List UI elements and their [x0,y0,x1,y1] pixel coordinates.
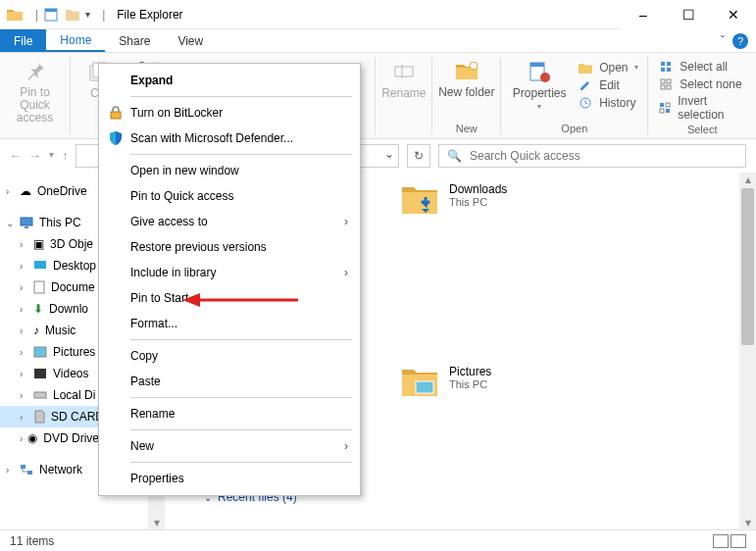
help-icon[interactable]: ? [732,33,748,49]
music-icon: ♪ [33,324,39,337]
caret-right-icon[interactable]: › [20,412,29,423]
svg-rect-29 [34,392,46,398]
cm-restore-versions[interactable]: Restore previous versions [101,234,358,260]
history-button[interactable]: History [578,95,635,111]
invert-selection-button[interactable]: Invert selection [658,94,746,122]
cm-copy[interactable]: Copy [101,343,358,369]
cm-paste[interactable]: Paste [101,369,358,394]
svg-rect-22 [666,109,670,113]
svg-rect-1 [45,9,57,12]
chevron-right-icon: › [344,439,348,453]
view-details-icon[interactable] [713,534,729,548]
caret-right-icon[interactable]: › [20,347,29,358]
caret-right-icon[interactable]: › [20,304,29,315]
svg-rect-25 [34,261,46,269]
nav-forward-icon[interactable]: → [29,149,41,163]
svg-rect-30 [21,465,25,469]
edit-icon [578,77,593,93]
caret-right-icon[interactable]: › [20,390,29,401]
folder-item-downloads[interactable]: Downloads This PC [400,182,596,218]
properties-button[interactable]: Properties ▾ [511,59,568,111]
chevron-right-icon: › [344,266,348,279]
close-button[interactable]: ✕ [711,0,756,29]
monitor-icon [20,217,33,228]
search-box[interactable]: 🔍 [438,144,746,168]
qat-dropdown-icon[interactable]: ▾ [85,9,90,20]
cm-open-new-window[interactable]: Open in new window [101,158,358,183]
tab-view[interactable]: View [164,29,217,52]
downloads-folder-icon [400,182,439,218]
minimize-button[interactable]: – [621,0,666,29]
select-none-button[interactable]: Select none [658,76,741,92]
folder-item-pictures[interactable]: Pictures This PC [400,365,596,400]
download-icon: ⬇ [33,302,43,316]
caret-right-icon[interactable]: › [20,239,29,250]
content-scroll-down-icon[interactable]: ▾ [739,516,756,529]
open-dropdown-icon[interactable]: ▾ [634,63,638,72]
open-button[interactable]: Open ▾ [578,60,637,75]
pin-quick-access-label: Pin to Quick access [7,86,64,125]
status-item-count: 11 items [10,534,54,548]
search-input[interactable] [470,149,737,163]
tab-file[interactable]: File [0,29,46,52]
properties-dropdown-icon[interactable]: ▾ [537,102,541,111]
svg-rect-17 [661,85,665,89]
cm-give-access-to[interactable]: Give access to › [101,209,358,234]
pin-quick-access-button[interactable]: Pin to Quick access [7,59,64,125]
document-icon [33,280,45,294]
caret-right-icon[interactable]: › [6,186,16,197]
nav-up-icon[interactable]: ↑ [62,149,68,163]
content-scrollbar-thumb[interactable] [741,188,754,345]
maximize-button[interactable]: ☐ [666,0,711,29]
cm-pin-start[interactable]: Pin to Start [101,285,358,311]
cm-new[interactable]: New › [101,433,358,459]
cube-icon: ▣ [33,237,44,251]
select-none-label: Select none [680,77,741,91]
select-none-icon [658,76,674,92]
new-folder-button[interactable]: New folder [438,59,495,99]
folder-name: Pictures [449,365,491,378]
properties-label: Properties [513,86,567,100]
caret-right-icon[interactable]: › [6,465,16,476]
ribbon-collapse-icon[interactable]: ˇ [721,34,725,48]
caret-right-icon[interactable]: › [20,433,24,444]
content-scroll-up-icon[interactable]: ▴ [739,173,756,186]
cm-properties[interactable]: Properties [101,466,358,491]
caret-right-icon[interactable]: › [20,369,29,379]
tree-scroll-down-icon[interactable]: ▾ [148,516,165,529]
qat-properties-icon[interactable] [42,6,60,24]
cm-rename[interactable]: Rename [101,401,358,426]
svg-point-6 [470,62,478,70]
caret-right-icon[interactable]: › [20,261,29,272]
new-folder-label: New folder [438,86,494,99]
refresh-button[interactable]: ↻ [407,144,430,168]
nav-back-icon[interactable]: ← [10,149,22,163]
cm-format[interactable]: Format... [101,311,358,336]
caret-right-icon[interactable]: › [20,282,29,293]
caret-right-icon[interactable]: › [20,326,29,336]
svg-rect-28 [34,369,46,378]
rename-button[interactable]: Rename [376,59,432,100]
qat-separator: | [27,8,38,22]
svg-rect-32 [416,381,433,393]
address-dropdown-icon[interactable]: ⌄ [384,147,394,161]
select-all-button[interactable]: Select all [658,59,728,75]
nav-recent-dropdown-icon[interactable]: ▾ [49,149,54,163]
cm-pin-quick-access[interactable]: Pin to Quick access [101,183,358,209]
context-menu: Expand Turn on BitLocker Scan with Micro… [98,63,361,496]
caret-down-icon[interactable]: ⌄ [6,218,16,228]
cm-bitlocker[interactable]: Turn on BitLocker [101,100,358,125]
qat-newfolder-icon[interactable] [64,6,81,24]
tab-share[interactable]: Share [105,29,164,52]
svg-rect-8 [530,63,544,67]
view-large-icon[interactable] [731,534,746,548]
open-label: Open [599,61,628,75]
cm-include-library[interactable]: Include in library › [101,260,358,285]
tab-home[interactable]: Home [46,29,105,52]
pin-icon [23,59,48,84]
edit-button[interactable]: Edit [578,77,620,93]
svg-rect-15 [661,79,665,83]
cm-expand[interactable]: Expand [101,68,358,93]
cm-defender[interactable]: Scan with Microsoft Defender... [101,125,358,151]
desktop-icon [33,260,47,272]
